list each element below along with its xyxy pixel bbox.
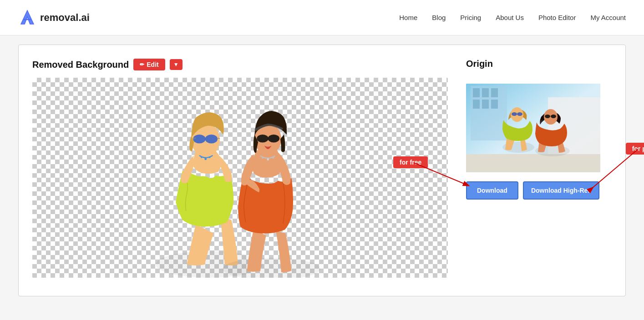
svg-point-12	[261, 157, 263, 159]
nav-item-blog[interactable]: Blog	[432, 14, 446, 21]
logo-icon	[18, 9, 36, 27]
svg-line-36	[593, 149, 638, 188]
svg-point-10	[257, 135, 268, 143]
logo-text: removal.ai	[40, 12, 90, 24]
svg-rect-21	[473, 100, 480, 109]
pencil-icon: ✏	[140, 61, 144, 68]
download-area: for free for paid	[466, 181, 612, 200]
svg-point-6	[204, 158, 207, 160]
nav-item-photo-editor[interactable]: Photo Editor	[538, 14, 576, 21]
right-panel: Origin	[466, 59, 612, 278]
right-panel-header: Origin	[466, 59, 612, 76]
logo-link[interactable]: removal.ai	[18, 9, 90, 27]
origin-image-inner	[466, 84, 600, 172]
svg-point-11	[268, 135, 279, 143]
dropdown-button[interactable]: ▼	[170, 59, 183, 70]
removed-bg-image-area	[32, 78, 448, 278]
photo-overlay	[32, 78, 448, 278]
origin-image	[466, 84, 600, 172]
origin-thumbnail-illustration	[466, 84, 600, 172]
chevron-down-icon: ▼	[173, 61, 179, 68]
main-content: Removed Background ✏ Edit ▼	[0, 35, 644, 305]
svg-rect-23	[491, 100, 498, 109]
nav-item-home[interactable]: Home	[399, 14, 417, 21]
svg-point-5	[200, 156, 202, 158]
nav-item-about-us[interactable]: About Us	[496, 14, 524, 21]
for-free-callout: for free	[393, 156, 428, 168]
left-panel-header: Removed Background ✏ Edit ▼	[32, 59, 448, 70]
svg-rect-20	[491, 88, 498, 97]
for-free-arrow	[414, 163, 487, 190]
svg-line-34	[414, 163, 468, 185]
nav-item-pricing[interactable]: Pricing	[460, 14, 481, 21]
origin-title: Origin	[466, 59, 493, 69]
svg-point-32	[545, 115, 550, 118]
svg-point-13	[267, 158, 269, 160]
edit-button-label: Edit	[147, 61, 158, 68]
nav-item-my-account[interactable]: My Account	[590, 14, 626, 21]
removed-bg-title: Removed Background	[32, 60, 129, 70]
svg-rect-19	[482, 88, 489, 97]
svg-point-2	[193, 135, 205, 144]
for-paid-callout: for paid	[626, 143, 644, 155]
content-card: Removed Background ✏ Edit ▼	[18, 45, 626, 296]
svg-point-3	[205, 135, 217, 144]
svg-point-33	[551, 115, 556, 118]
header: removal.ai Home Blog Pricing About Us Ph…	[0, 0, 644, 35]
women-illustration	[99, 78, 381, 278]
left-panel: Removed Background ✏ Edit ▼	[32, 59, 448, 278]
for-paid-arrow	[583, 149, 638, 195]
svg-point-28	[512, 112, 517, 116]
svg-rect-18	[473, 88, 480, 97]
svg-point-7	[208, 156, 210, 158]
edit-button[interactable]: ✏ Edit	[133, 59, 165, 70]
svg-point-14	[272, 157, 274, 159]
svg-point-29	[517, 112, 522, 116]
main-nav: Home Blog Pricing About Us Photo Editor …	[399, 14, 626, 21]
svg-rect-22	[482, 100, 489, 109]
